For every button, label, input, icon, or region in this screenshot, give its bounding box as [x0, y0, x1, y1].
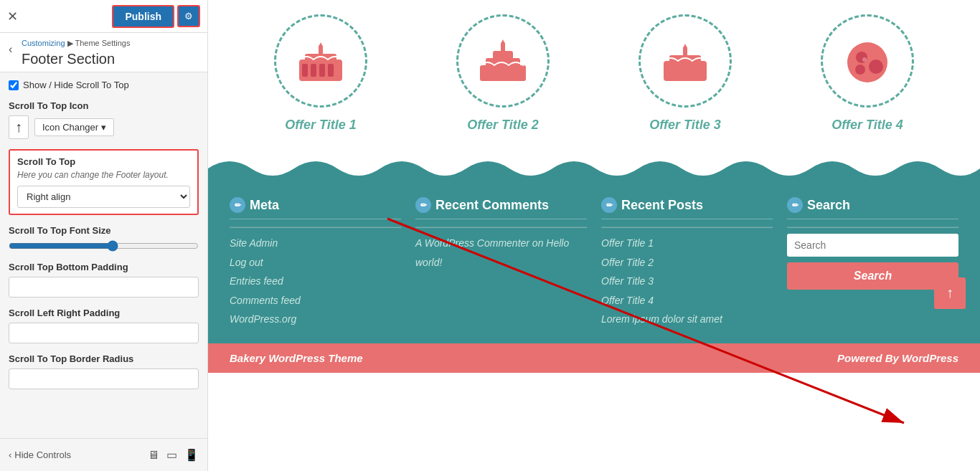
offer-item-3: Offer Title 3 [594, 14, 776, 133]
publish-button[interactable]: Publish [112, 5, 174, 28]
footer-section: ✏ Meta Site Admin Log out Entries feed C… [208, 183, 980, 343]
bottom-padding-input[interactable] [9, 277, 199, 298]
footer-posts-col: ✏ Recent Posts Offer Title 1 Offer Title… [601, 197, 773, 329]
footer-meta-header: ✏ Meta [230, 197, 401, 219]
bottom-bar-right: Powered By WordPress [837, 352, 958, 364]
footer-posts-list: Offer Title 1 Offer Title 2 Offer Title … [601, 234, 773, 329]
offer-title-2: Offer Title 2 [467, 118, 538, 133]
footer-meta-title: Meta [250, 198, 279, 213]
offer-item-4: Offer Title 4 [776, 14, 958, 133]
svg-point-17 [683, 49, 687, 56]
wave-container [208, 154, 980, 183]
list-item: Site Admin [230, 234, 401, 253]
gear-button[interactable]: ⚙ [177, 5, 200, 27]
search-input[interactable] [787, 234, 958, 257]
svg-rect-4 [302, 64, 308, 77]
font-size-slider[interactable] [9, 240, 199, 252]
icon-changer-dropdown[interactable]: Icon Changer ▾ [34, 118, 114, 136]
border-radius-field: Scroll To Top Border Radius [9, 353, 199, 389]
offer-circle-1 [274, 14, 367, 108]
list-item: Offer Title 4 [601, 291, 773, 310]
edit-search-icon[interactable]: ✏ [787, 197, 803, 213]
left-right-padding-input[interactable] [9, 323, 199, 343]
breadcrumb-customizing[interactable]: Customizing [22, 39, 65, 47]
top-bar: ✕ Publish ⚙ [0, 0, 207, 33]
mobile-icon[interactable]: 📱 [184, 448, 199, 462]
scroll-to-top-section: Scroll To Top Here you can change the Fo… [9, 149, 199, 215]
svg-rect-7 [328, 64, 334, 77]
list-item: Offer Title 2 [601, 253, 773, 272]
offers-section: Offer Title 1 Offer Title 2 [208, 0, 980, 154]
svg-marker-16 [683, 44, 687, 48]
border-radius-label: Scroll To Top Border Radius [9, 353, 199, 364]
footer-comments-title: Recent Comments [435, 198, 549, 213]
svg-rect-5 [311, 64, 316, 77]
icon-changer-label: Icon Changer [42, 122, 98, 133]
cookie-icon-4 [839, 32, 896, 90]
icon-preview: ↑ [9, 115, 29, 139]
search-widget: Search [787, 234, 958, 290]
list-item: Lorem ipsum dolor sit amet [601, 310, 773, 329]
list-item: A WordPress Commenter on Hello world! [415, 234, 587, 272]
arrow-left-icon: ‹ [9, 449, 11, 460]
search-button[interactable]: Search [787, 262, 958, 290]
right-panel: Offer Title 1 Offer Title 2 [208, 0, 980, 471]
svg-point-22 [862, 57, 867, 62]
device-icons: 🖥 ▭ 📱 [148, 448, 199, 462]
footer-posts-title: Recent Posts [621, 198, 703, 213]
show-hide-row: Show / Hide Scroll To Top [9, 80, 199, 90]
edit-meta-icon[interactable]: ✏ [230, 197, 245, 213]
svg-point-19 [856, 52, 867, 63]
cake-icon-3 [656, 32, 714, 90]
bottom-bar-left: Bakery WordPress Theme [230, 352, 363, 364]
section-title: Footer Section [22, 48, 197, 67]
bottom-padding-label: Scroll Top Bottom Padding [9, 262, 199, 272]
edit-posts-icon[interactable]: ✏ [601, 197, 617, 213]
left-panel: ✕ Publish ⚙ ‹ Customizing ▶ Theme Settin… [0, 0, 208, 471]
footer-posts-header: ✏ Recent Posts [601, 197, 773, 219]
svg-rect-13 [664, 61, 707, 81]
svg-rect-6 [319, 64, 325, 77]
hide-controls-bar: ‹ Hide Controls 🖥 ▭ 📱 [0, 438, 207, 471]
offer-circle-2 [456, 14, 550, 108]
svg-rect-2 [319, 45, 323, 55]
show-hide-checkbox[interactable] [9, 80, 19, 90]
desktop-icon[interactable]: 🖥 [148, 448, 159, 462]
close-button[interactable]: ✕ [7, 9, 18, 24]
scroll-to-top-title: Scroll To Top [17, 156, 190, 167]
breadcrumb-separator: ▶ [67, 39, 75, 47]
show-hide-label: Show / Hide Scroll To Top [23, 80, 129, 90]
left-right-padding-label: Scroll Left Right Padding [9, 308, 199, 318]
footer-comments-col: ✏ Recent Comments A WordPress Commenter … [415, 197, 587, 329]
breadcrumb-area: Customizing ▶ Theme Settings Footer Sect… [0, 33, 207, 72]
list-item: Log out [230, 253, 401, 272]
cake-icon-1 [292, 32, 349, 90]
svg-point-21 [855, 65, 865, 75]
offer-circle-4 [821, 14, 914, 108]
tablet-icon[interactable]: ▭ [166, 448, 177, 462]
footer-meta-col: ✏ Meta Site Admin Log out Entries feed C… [230, 197, 401, 329]
footer-comments-list: A WordPress Commenter on Hello world! [415, 234, 587, 272]
breadcrumb: Customizing ▶ Theme Settings [22, 39, 197, 48]
back-button[interactable]: ‹ [6, 40, 15, 59]
panel-content: Show / Hide Scroll To Top Scroll To Top … [0, 72, 207, 406]
offer-title-3: Offer Title 3 [649, 118, 720, 133]
scroll-to-top-icon-label: Scroll To Top Icon [9, 100, 199, 111]
offer-title-4: Offer Title 4 [831, 118, 903, 133]
font-size-label: Scroll To Top Font Size [9, 225, 199, 236]
svg-rect-11 [501, 42, 505, 52]
edit-comments-icon[interactable]: ✏ [415, 197, 431, 213]
cake-icon-2 [474, 32, 532, 90]
footer-comments-header: ✏ Recent Comments [415, 197, 587, 219]
footer-meta-list: Site Admin Log out Entries feed Comments… [230, 234, 401, 329]
hide-controls-button[interactable]: ‹ Hide Controls [9, 449, 71, 460]
list-item: Offer Title 1 [601, 234, 773, 253]
border-radius-input[interactable] [9, 368, 199, 389]
bottom-padding-field: Scroll Top Bottom Padding [9, 262, 199, 298]
breadcrumb-theme-settings: Theme Settings [75, 39, 130, 47]
scroll-to-top-button[interactable]: ↑ [934, 277, 966, 309]
scroll-to-top-desc: Here you can change the Footer layout. [17, 170, 190, 180]
offer-item-2: Offer Title 2 [412, 14, 594, 133]
list-item: Offer Title 3 [601, 272, 773, 291]
align-select[interactable]: Right align [17, 186, 190, 208]
